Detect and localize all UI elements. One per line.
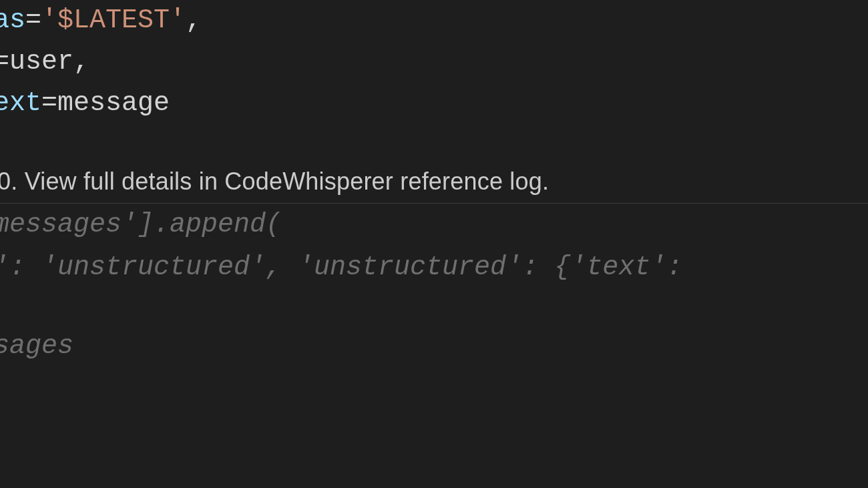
code-editor[interactable]: as='$LATEST', =user, ext=message 0. View… bbox=[0, 0, 868, 488]
ghost-suggestion-line-1[interactable]: messages'].append( bbox=[0, 204, 868, 246]
token-operator: = bbox=[0, 47, 9, 77]
hint-text: 0. View full details in CodeWhisperer re… bbox=[0, 168, 549, 195]
codewhisperer-hint[interactable]: 0. View full details in CodeWhisperer re… bbox=[0, 163, 868, 204]
token-string: '$LATEST' bbox=[41, 5, 186, 35]
token-punct: , bbox=[73, 47, 89, 77]
ghost-suggestion-line-2[interactable]: ': 'unstructured', 'unstructured': {'tex… bbox=[0, 247, 868, 288]
token-punct: , bbox=[186, 5, 202, 35]
code-line-1[interactable]: as='$LATEST', bbox=[0, 0, 868, 41]
token-operator: = bbox=[25, 5, 41, 35]
token-param: ext bbox=[0, 88, 41, 118]
ghost-suggestion-line-3[interactable]: sages bbox=[0, 326, 868, 367]
code-line-2[interactable]: =user, bbox=[0, 41, 868, 83]
token-identifier: user bbox=[9, 47, 73, 77]
token-operator: = bbox=[41, 88, 57, 118]
code-line-3[interactable]: ext=message bbox=[0, 83, 868, 124]
token-param: as bbox=[0, 5, 25, 35]
token-identifier: message bbox=[57, 88, 170, 118]
